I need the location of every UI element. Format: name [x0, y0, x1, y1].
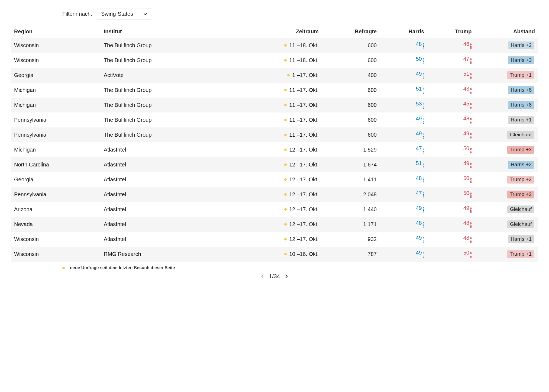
cell-period: 11.–17. Okt.: [238, 98, 322, 113]
new-indicator-icon: [62, 267, 65, 269]
cell-region: Nevada: [11, 217, 101, 232]
new-indicator-icon: [284, 89, 287, 91]
col-abstand: Abstand: [475, 25, 538, 38]
new-indicator-icon: [284, 208, 287, 211]
col-harris: Harris: [380, 25, 427, 38]
cell-trump: 4700: [427, 53, 475, 68]
cell-harris: 5100: [380, 157, 427, 172]
table-row: North CarolinaAtlasIntel12.–17. Okt.1.67…: [11, 157, 538, 172]
abstand-badge: Gleichauf: [507, 131, 534, 139]
filter-value: Swing-States: [101, 11, 133, 17]
cell-period: 12.–17. Okt.: [238, 232, 322, 247]
chevron-down-icon: [143, 12, 147, 16]
abstand-badge: Harris +3: [508, 56, 534, 64]
cell-trump: 5000: [427, 142, 475, 157]
abstand-badge: Gleichauf: [507, 220, 534, 228]
cell-harris: 4900: [380, 247, 427, 262]
abstand-badge: Gleichauf: [507, 205, 534, 213]
cell-period: 12.–17. Okt.: [238, 187, 322, 202]
cell-harris: 4800: [380, 217, 427, 232]
cell-institut: The Bullfinch Group: [101, 98, 238, 113]
table-row: PennsylvaniaThe Bullfinch Group11.–17. O…: [11, 127, 538, 142]
pager-position: 1/34: [269, 273, 280, 279]
cell-abstand: Gleichauf: [475, 202, 538, 217]
cell-period: 12.–17. Okt.: [238, 142, 322, 157]
cell-region: Wisconsin: [11, 232, 101, 247]
cell-harris: 5000: [380, 53, 427, 68]
table-row: WisconsinThe Bullfinch Group11.–18. Okt.…: [11, 53, 538, 68]
cell-harris: 4800: [380, 38, 427, 53]
cell-trump: 5000: [427, 172, 475, 187]
polls-table: Region Institut Zeitraum Befragte Harris…: [11, 25, 538, 262]
col-institut: Institut: [101, 25, 238, 38]
table-row: WisconsinRMG Research10.–16. Okt.7874900…: [11, 247, 538, 262]
cell-region: Wisconsin: [11, 38, 101, 53]
cell-befragte: 932: [322, 232, 380, 247]
cell-befragte: 600: [322, 127, 380, 142]
cell-trump: 4900: [427, 157, 475, 172]
table-row: ArizonaAtlasIntel12.–17. Okt.1.440490049…: [11, 202, 538, 217]
cell-institut: AtlasIntel: [101, 187, 238, 202]
cell-institut: RMG Research: [101, 247, 238, 262]
legend-text: neue Umfrage seit dem letzten Besuch die…: [70, 265, 175, 270]
cell-trump: 4900: [427, 127, 475, 142]
new-indicator-icon: [284, 134, 287, 136]
pager-next[interactable]: [284, 274, 289, 279]
cell-institut: The Bullfinch Group: [101, 83, 238, 98]
pager-prev[interactable]: [260, 274, 265, 279]
cell-period: 1.–17. Okt.: [238, 68, 322, 83]
table-row: GeorgiaActiVote1.–17. Okt.40049005100Tru…: [11, 68, 538, 83]
cell-abstand: Trump +1: [475, 247, 538, 262]
cell-period: 11.–17. Okt.: [238, 113, 322, 127]
cell-harris: 5300: [380, 98, 427, 113]
cell-trump: 5100: [427, 68, 475, 83]
new-indicator-icon: [284, 163, 287, 166]
cell-trump: 4500: [427, 98, 475, 113]
cell-harris: 4900: [380, 232, 427, 247]
cell-harris: 4900: [380, 202, 427, 217]
cell-abstand: Harris +8: [475, 83, 538, 98]
abstand-badge: Harris +2: [508, 161, 534, 169]
new-indicator-icon: [284, 44, 287, 47]
cell-period: 11.–18. Okt.: [238, 38, 322, 53]
abstand-badge: Trump +2: [507, 176, 534, 184]
cell-befragte: 1.171: [322, 217, 380, 232]
cell-region: Michigan: [11, 142, 101, 157]
cell-harris: 4700: [380, 142, 427, 157]
col-period: Zeitraum: [238, 25, 322, 38]
cell-befragte: 787: [322, 247, 380, 262]
cell-harris: 4900: [380, 113, 427, 127]
table-row: MichiganThe Bullfinch Group11.–17. Okt.6…: [11, 83, 538, 98]
cell-befragte: 600: [322, 98, 380, 113]
cell-trump: 4800: [427, 232, 475, 247]
cell-institut: AtlasIntel: [101, 202, 238, 217]
abstand-badge: Harris +8: [508, 86, 534, 94]
cell-institut: AtlasIntel: [101, 232, 238, 247]
cell-region: Pennsylvania: [11, 187, 101, 202]
col-region: Region: [11, 25, 101, 38]
cell-abstand: Harris +2: [475, 38, 538, 53]
cell-period: 12.–17. Okt.: [238, 202, 322, 217]
cell-abstand: Trump +2: [475, 172, 538, 187]
cell-abstand: Harris +3: [475, 53, 538, 68]
cell-region: Pennsylvania: [11, 127, 101, 142]
table-row: GeorgiaAtlasIntel12.–17. Okt.1.411480050…: [11, 172, 538, 187]
cell-abstand: Harris +1: [475, 113, 538, 127]
cell-befragte: 1.529: [322, 142, 380, 157]
cell-trump: 4300: [427, 83, 475, 98]
table-row: WisconsinAtlasIntel12.–17. Okt.932490048…: [11, 232, 538, 247]
filter-dropdown[interactable]: Swing-States: [97, 8, 151, 20]
cell-period: 11.–17. Okt.: [238, 83, 322, 98]
cell-period: 12.–17. Okt.: [238, 157, 322, 172]
col-befragte: Befragte: [322, 25, 380, 38]
cell-befragte: 1.674: [322, 157, 380, 172]
cell-harris: 4700: [380, 187, 427, 202]
cell-trump: 4900: [427, 202, 475, 217]
cell-period: 10.–16. Okt.: [238, 247, 322, 262]
cell-region: Michigan: [11, 83, 101, 98]
cell-region: Arizona: [11, 202, 101, 217]
abstand-badge: Trump +1: [507, 250, 534, 258]
legend: neue Umfrage seit dem letzten Besuch die…: [62, 265, 538, 270]
cell-befragte: 1.411: [322, 172, 380, 187]
cell-period: 12.–17. Okt.: [238, 172, 322, 187]
